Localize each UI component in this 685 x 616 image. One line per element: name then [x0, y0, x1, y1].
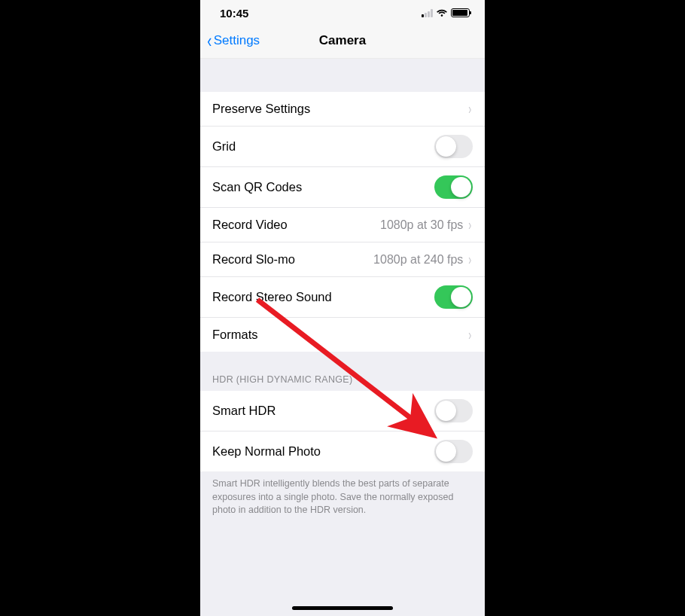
chevron-right-icon: › [469, 251, 472, 268]
status-time: 10:45 [220, 7, 248, 20]
cellular-icon [422, 9, 433, 17]
back-label: Settings [214, 33, 260, 48]
row-smart-hdr: Smart HDR [200, 391, 485, 432]
toggle-stereo-sound[interactable] [434, 285, 473, 309]
row-stereo-sound: Record Stereo Sound [200, 277, 485, 318]
row-label: Keep Normal Photo [212, 444, 321, 459]
phone-frame: 10:45 ‹ Settings Camera Preserve Setting… [200, 0, 485, 616]
back-button[interactable]: ‹ Settings [200, 31, 260, 50]
wifi-icon [436, 8, 448, 17]
status-right [422, 8, 470, 17]
row-label: Preserve Settings [212, 102, 310, 116]
row-label: Scan QR Codes [212, 180, 302, 194]
status-bar: 10:45 [200, 0, 485, 23]
row-record-video[interactable]: Record Video 1080p at 30 fps › [200, 208, 485, 242]
row-keep-normal-photo: Keep Normal Photo [200, 432, 485, 471]
section-footer-hdr: Smart HDR intelligently blends the best … [200, 471, 485, 523]
settings-group-hdr: Smart HDR Keep Normal Photo [200, 391, 485, 471]
home-indicator [292, 606, 393, 610]
row-value: 1080p at 240 fps [373, 253, 463, 267]
nav-bar: ‹ Settings Camera [200, 23, 485, 59]
toggle-grid[interactable] [434, 135, 473, 158]
toggle-scan-qr[interactable] [434, 175, 473, 199]
row-label: Smart HDR [212, 404, 276, 418]
chevron-right-icon: › [469, 326, 472, 343]
chevron-left-icon: ‹ [207, 31, 212, 50]
toggle-smart-hdr[interactable] [434, 399, 473, 422]
chevron-right-icon: › [469, 216, 472, 233]
settings-group-main: Preserve Settings › Grid Scan QR Codes R… [200, 92, 485, 352]
row-label: Record Slo-mo [212, 252, 295, 267]
battery-icon [451, 8, 470, 17]
row-label: Record Video [212, 218, 288, 232]
row-label: Formats [212, 328, 258, 342]
row-formats[interactable]: Formats › [200, 318, 485, 352]
row-record-slomo[interactable]: Record Slo-mo 1080p at 240 fps › [200, 242, 485, 277]
row-label: Record Stereo Sound [212, 290, 332, 304]
row-grid: Grid [200, 127, 485, 167]
content: Preserve Settings › Grid Scan QR Codes R… [200, 59, 485, 616]
chevron-right-icon: › [469, 100, 472, 117]
toggle-keep-normal-photo[interactable] [434, 440, 473, 463]
row-preserve-settings[interactable]: Preserve Settings › [200, 92, 485, 127]
row-label: Grid [212, 139, 236, 154]
section-header-hdr: HDR (HIGH DYNAMIC RANGE) [200, 352, 485, 391]
row-value: 1080p at 30 fps [380, 218, 463, 232]
row-scan-qr: Scan QR Codes [200, 167, 485, 208]
